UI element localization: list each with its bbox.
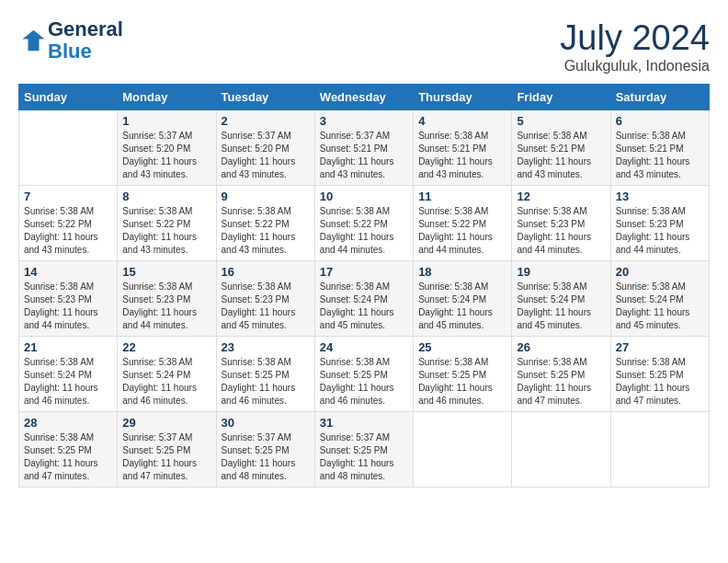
day-number: 23 — [222, 340, 310, 354]
day-number: 1 — [122, 114, 210, 128]
week-row-2: 14 Sunrise: 5:38 AM Sunset: 5:23 PM Dayl… — [19, 261, 710, 337]
day-info: Sunrise: 5:38 AM Sunset: 5:23 PM Dayligh… — [222, 281, 310, 332]
day-info: Sunrise: 5:38 AM Sunset: 5:24 PM Dayligh… — [122, 356, 210, 408]
day-number: 8 — [122, 190, 210, 203]
day-info: Sunrise: 5:38 AM Sunset: 5:21 PM Dayligh… — [418, 130, 506, 181]
header-cell-friday: Friday — [512, 85, 610, 110]
day-info: Sunrise: 5:37 AM Sunset: 5:20 PM Dayligh… — [122, 130, 210, 181]
day-cell: 8 Sunrise: 5:38 AM Sunset: 5:22 PM Dayli… — [118, 186, 216, 261]
day-info: Sunrise: 5:38 AM Sunset: 5:25 PM Dayligh… — [320, 356, 408, 408]
day-info: Sunrise: 5:37 AM Sunset: 5:25 PM Dayligh… — [320, 431, 408, 483]
day-info: Sunrise: 5:37 AM Sunset: 5:25 PM Dayligh… — [222, 431, 310, 483]
day-cell: 19 Sunrise: 5:38 AM Sunset: 5:24 PM Dayl… — [512, 261, 610, 337]
day-number: 16 — [222, 265, 310, 279]
day-cell: 11 Sunrise: 5:38 AM Sunset: 5:22 PM Dayl… — [414, 186, 512, 261]
day-number: 2 — [222, 114, 310, 128]
day-cell: 1 Sunrise: 5:37 AM Sunset: 5:20 PM Dayli… — [118, 110, 216, 186]
day-cell: 18 Sunrise: 5:38 AM Sunset: 5:24 PM Dayl… — [414, 261, 512, 337]
day-number: 7 — [24, 190, 112, 203]
day-cell: 20 Sunrise: 5:38 AM Sunset: 5:24 PM Dayl… — [610, 261, 709, 337]
day-number: 20 — [616, 265, 704, 279]
header-cell-thursday: Thursday — [414, 85, 512, 110]
day-info: Sunrise: 5:38 AM Sunset: 5:25 PM Dayligh… — [24, 431, 112, 483]
day-number: 13 — [616, 190, 704, 203]
day-cell: 29 Sunrise: 5:37 AM Sunset: 5:25 PM Dayl… — [118, 412, 216, 488]
day-cell: 9 Sunrise: 5:38 AM Sunset: 5:22 PM Dayli… — [216, 186, 314, 261]
day-info: Sunrise: 5:38 AM Sunset: 5:23 PM Dayligh… — [616, 205, 704, 257]
week-row-1: 7 Sunrise: 5:38 AM Sunset: 5:22 PM Dayli… — [19, 186, 710, 261]
day-cell: 14 Sunrise: 5:38 AM Sunset: 5:23 PM Dayl… — [19, 261, 118, 337]
day-number: 19 — [517, 265, 605, 279]
day-info: Sunrise: 5:38 AM Sunset: 5:24 PM Dayligh… — [24, 356, 112, 408]
day-number: 22 — [122, 340, 210, 354]
day-cell: 16 Sunrise: 5:38 AM Sunset: 5:23 PM Dayl… — [216, 261, 314, 337]
day-cell: 21 Sunrise: 5:38 AM Sunset: 5:24 PM Dayl… — [19, 337, 118, 412]
day-number: 4 — [418, 114, 506, 128]
day-info: Sunrise: 5:38 AM Sunset: 5:23 PM Dayligh… — [24, 281, 112, 332]
day-info: Sunrise: 5:37 AM Sunset: 5:25 PM Dayligh… — [122, 431, 210, 483]
day-number: 25 — [418, 340, 506, 354]
logo: GeneralBlue — [18, 18, 123, 63]
day-number: 5 — [517, 114, 605, 128]
day-cell: 27 Sunrise: 5:38 AM Sunset: 5:25 PM Dayl… — [610, 337, 709, 412]
header-row: SundayMondayTuesdayWednesdayThursdayFrid… — [19, 85, 710, 110]
day-info: Sunrise: 5:38 AM Sunset: 5:22 PM Dayligh… — [418, 205, 506, 257]
page-header: GeneralBlue July 2024 Gulukguluk, Indone… — [18, 18, 710, 75]
day-number: 18 — [418, 265, 506, 279]
day-cell: 10 Sunrise: 5:38 AM Sunset: 5:22 PM Dayl… — [314, 186, 413, 261]
day-number: 11 — [418, 190, 506, 203]
day-info: Sunrise: 5:37 AM Sunset: 5:21 PM Dayligh… — [320, 130, 408, 181]
logo-text: GeneralBlue — [48, 18, 123, 63]
header-cell-wednesday: Wednesday — [314, 85, 413, 110]
header-cell-saturday: Saturday — [610, 85, 709, 110]
day-info: Sunrise: 5:38 AM Sunset: 5:22 PM Dayligh… — [320, 205, 408, 257]
day-cell: 30 Sunrise: 5:37 AM Sunset: 5:25 PM Dayl… — [216, 412, 314, 488]
day-cell: 23 Sunrise: 5:38 AM Sunset: 5:25 PM Dayl… — [216, 337, 314, 412]
day-number: 10 — [320, 190, 408, 203]
day-number: 28 — [24, 416, 112, 430]
header-cell-monday: Monday — [118, 85, 216, 110]
day-number: 14 — [24, 265, 112, 279]
day-info: Sunrise: 5:38 AM Sunset: 5:24 PM Dayligh… — [418, 281, 506, 332]
week-row-4: 28 Sunrise: 5:38 AM Sunset: 5:25 PM Dayl… — [19, 412, 710, 488]
week-row-3: 21 Sunrise: 5:38 AM Sunset: 5:24 PM Dayl… — [19, 337, 710, 412]
day-info: Sunrise: 5:38 AM Sunset: 5:22 PM Dayligh… — [222, 205, 310, 257]
day-info: Sunrise: 5:38 AM Sunset: 5:25 PM Dayligh… — [222, 356, 310, 408]
day-cell: 7 Sunrise: 5:38 AM Sunset: 5:22 PM Dayli… — [19, 186, 118, 261]
day-number: 3 — [320, 114, 408, 128]
day-cell: 28 Sunrise: 5:38 AM Sunset: 5:25 PM Dayl… — [19, 412, 118, 488]
day-number: 12 — [517, 190, 605, 203]
day-cell: 31 Sunrise: 5:37 AM Sunset: 5:25 PM Dayl… — [314, 412, 413, 488]
day-info: Sunrise: 5:38 AM Sunset: 5:23 PM Dayligh… — [517, 205, 605, 257]
day-cell: 24 Sunrise: 5:38 AM Sunset: 5:25 PM Dayl… — [314, 337, 413, 412]
day-cell: 2 Sunrise: 5:37 AM Sunset: 5:20 PM Dayli… — [216, 110, 314, 186]
day-info: Sunrise: 5:37 AM Sunset: 5:20 PM Dayligh… — [222, 130, 310, 181]
header-cell-sunday: Sunday — [19, 85, 118, 110]
svg-marker-0 — [23, 30, 45, 52]
day-cell: 4 Sunrise: 5:38 AM Sunset: 5:21 PM Dayli… — [414, 110, 512, 186]
day-number: 29 — [122, 416, 210, 430]
day-info: Sunrise: 5:38 AM Sunset: 5:25 PM Dayligh… — [517, 356, 605, 408]
day-number: 31 — [320, 416, 408, 430]
day-cell: 17 Sunrise: 5:38 AM Sunset: 5:24 PM Dayl… — [314, 261, 413, 337]
day-info: Sunrise: 5:38 AM Sunset: 5:24 PM Dayligh… — [517, 281, 605, 332]
location-subtitle: Gulukguluk, Indonesia — [560, 58, 710, 75]
day-cell: 13 Sunrise: 5:38 AM Sunset: 5:23 PM Dayl… — [610, 186, 709, 261]
calendar-table: SundayMondayTuesdayWednesdayThursdayFrid… — [18, 84, 710, 488]
day-info: Sunrise: 5:38 AM Sunset: 5:21 PM Dayligh… — [517, 130, 605, 181]
day-info: Sunrise: 5:38 AM Sunset: 5:25 PM Dayligh… — [418, 356, 506, 408]
day-number: 27 — [616, 340, 704, 354]
day-info: Sunrise: 5:38 AM Sunset: 5:23 PM Dayligh… — [122, 281, 210, 332]
day-info: Sunrise: 5:38 AM Sunset: 5:22 PM Dayligh… — [122, 205, 210, 257]
day-number: 9 — [222, 190, 310, 203]
day-info: Sunrise: 5:38 AM Sunset: 5:21 PM Dayligh… — [616, 130, 704, 181]
day-number: 26 — [517, 340, 605, 354]
day-cell — [19, 110, 118, 186]
logo-icon — [18, 27, 46, 54]
day-cell: 25 Sunrise: 5:38 AM Sunset: 5:25 PM Dayl… — [414, 337, 512, 412]
day-number: 21 — [24, 340, 112, 354]
day-number: 6 — [616, 114, 704, 128]
day-info: Sunrise: 5:38 AM Sunset: 5:25 PM Dayligh… — [616, 356, 704, 408]
week-row-0: 1 Sunrise: 5:37 AM Sunset: 5:20 PM Dayli… — [19, 110, 710, 186]
day-number: 24 — [320, 340, 408, 354]
